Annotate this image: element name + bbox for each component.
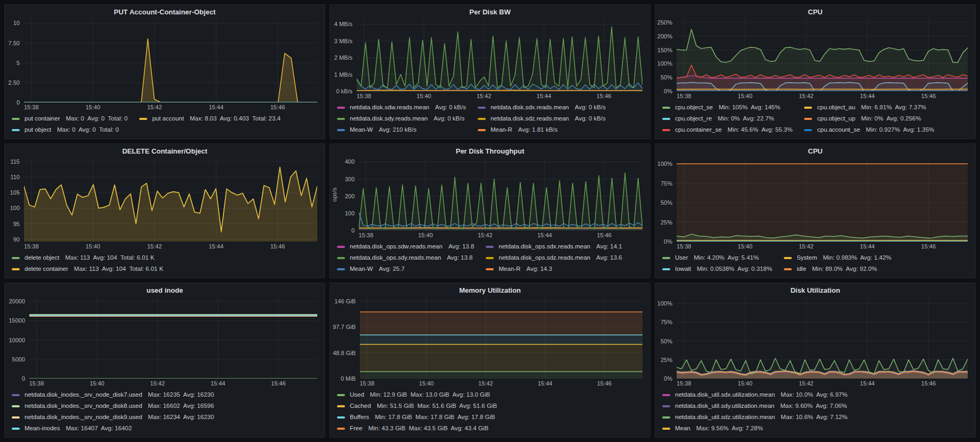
chart-canvas[interactable]	[677, 298, 968, 379]
legend-label: netdata.disk_inodes._srv_node_disk9.used	[25, 413, 142, 421]
plot-area[interactable]	[677, 158, 968, 242]
legend-item-mean[interactable]: MeanMax: 9.56% Avg: 7.28%	[662, 424, 847, 432]
y-tick-label: 0	[17, 99, 20, 106]
panel-4-per-disk-throughput: Per Disk Throughput ops/s 0100200300400 …	[330, 143, 650, 278]
x-tick-label: 15:46	[270, 243, 285, 250]
legend-item-mean-inodes[interactable]: Mean-inodesMax: 16407 Avg: 16402	[12, 424, 214, 432]
y-tick-label: 7.50	[9, 40, 20, 46]
legend-label: Used	[350, 391, 364, 399]
legend-label: netdata.disk.sdy.reads.mean	[350, 115, 428, 123]
legend-item-cpu-object-re[interactable]: cpu.object_reMin: 0% Avg: 22.7%	[662, 115, 792, 123]
series-swatch-icon	[337, 118, 345, 120]
legend-item-netdata-disk-ops-sdy-reads-mean[interactable]: netdata.disk_ops.sdy.reads.meanAvg: 13.8	[337, 254, 474, 262]
legend-item-cpu-account-se[interactable]: cpu.account_seMin: 0.927% Avg: 1.35%	[804, 126, 934, 134]
legend-item-buffers[interactable]: BuffersMin: 17.8 GiB Max: 17.8 GiB Avg: …	[337, 413, 497, 421]
legend-item-cpu-object-se[interactable]: cpu.object_seMin: 105% Avg: 145%	[662, 103, 792, 111]
panel-title[interactable]: CPU	[655, 144, 975, 158]
chart-canvas[interactable]	[24, 158, 317, 242]
legend-item-netdata-disk-inodes-srv-node-disk8-used[interactable]: netdata.disk_inodes._srv_node_disk8.used…	[12, 402, 214, 410]
legend-item-put-object[interactable]: put objectMax: 0 Avg: 0 Total: 0	[12, 126, 127, 134]
legend-item-netdata-disk-inodes-srv-node-disk7-used[interactable]: netdata.disk_inodes._srv_node_disk7.used…	[12, 391, 214, 399]
x-tick-label: 15:44	[860, 93, 875, 99]
legend-label: netdata.disk_ops.sdx.reads.mean	[499, 243, 590, 251]
x-tick-label: 15:42	[799, 243, 814, 250]
legend-item-mean-r[interactable]: Mean-RAvg: 14.3	[486, 265, 622, 273]
chart-canvas[interactable]	[357, 19, 642, 91]
panel-title[interactable]: Memory Utilization	[330, 283, 650, 298]
plot-area[interactable]	[29, 298, 317, 379]
legend-item-delete-object[interactable]: delete objectMax: 113 Avg: 104 Total: 6.…	[12, 254, 163, 262]
series-swatch-icon	[662, 257, 670, 259]
legend-item-netdata-disk-util-sdy-utilization-mean[interactable]: netdata.disk_util.sdy.utilization.meanMa…	[662, 402, 847, 410]
legend-item-put-container[interactable]: put containerMax: 0 Avg: 0 Total: 0	[12, 115, 127, 123]
legend-label: Mean-inodes	[25, 424, 60, 432]
x-tick-label: 15:38	[359, 380, 374, 387]
legend-stats: Avg: 25.7	[379, 265, 404, 273]
y-tick-label: 25%	[661, 219, 672, 226]
series-area-netdata-disk-ops-sdy-reads-mean	[359, 173, 642, 230]
legend-item-system[interactable]: SystemMin: 0.983% Avg: 1.42%	[784, 254, 891, 262]
legend-item-cached[interactable]: CachedMin: 51.5 GiB Max: 51.6 GiB Avg: 5…	[337, 402, 497, 410]
panel-title[interactable]: Disk Utilization	[655, 283, 975, 298]
y-tick-label: 100%	[657, 160, 672, 167]
plot-area[interactable]	[359, 158, 642, 230]
legend-item-netdata-disk-inodes-srv-node-disk9-used[interactable]: netdata.disk_inodes._srv_node_disk9.used…	[12, 413, 214, 421]
legend-item-netdata-disk-sdx-reads-mean[interactable]: netdata.disk.sdx.reads.meanAvg: 0 kB/s	[478, 103, 606, 111]
y-tick-label: 15000	[9, 317, 25, 324]
legend-item-put-account[interactable]: put accountMax: 8.03 Avg: 0.403 Total: 2…	[139, 115, 280, 123]
x-tick-label: 15:46	[597, 232, 612, 238]
panel-title[interactable]: Per Disk Throughput	[330, 144, 650, 158]
legend-item-netdata-disk-util-sdx-utilization-mean[interactable]: netdata.disk_util.sdx.utilization.meanMa…	[662, 391, 847, 399]
y-tick-label: 100%	[657, 60, 672, 67]
panel-title[interactable]: Per Disk BW	[330, 5, 650, 19]
plot-area[interactable]	[677, 19, 968, 91]
plot-area[interactable]	[677, 298, 968, 379]
legend-stats: Min: 0.927% Avg: 1.35%	[866, 126, 934, 134]
plot-area[interactable]	[24, 19, 317, 102]
x-tick-label: 15:42	[799, 380, 814, 387]
y-axis-unit-label: ops/s	[331, 187, 338, 201]
panel-title[interactable]: used inode	[5, 283, 325, 298]
legend-item-netdata-disk-sdy-reads-mean[interactable]: netdata.disk.sdy.reads.meanAvg: 0 kB/s	[337, 115, 466, 123]
chart-canvas[interactable]	[360, 298, 642, 379]
y-axis-ticks: 0 kB/s1 MB/s2 MB/s3 MB/s4 MB/s	[330, 19, 357, 91]
legend-item-iowait[interactable]: IowaitMin: 0.0538% Avg: 0.318%	[662, 265, 772, 273]
legend-item-used[interactable]: UsedMin: 12.9 GiB Max: 13.0 GiB Avg: 13.…	[337, 391, 497, 399]
plot-area[interactable]	[357, 19, 642, 91]
legend-item-mean-w[interactable]: Mean-WAvg: 210 kB/s	[337, 126, 466, 134]
panel-title[interactable]: DELETE Container/Object	[5, 144, 325, 158]
legend-item-idle[interactable]: idleMin: 89.0% Avg: 92.0%	[784, 265, 891, 273]
chart-canvas[interactable]	[359, 158, 642, 230]
legend-item-netdata-disk-ops-sdz-reads-mean[interactable]: netdata.disk_ops.sdz.reads.meanAvg: 13.6	[486, 254, 622, 262]
legend-item-mean-r[interactable]: Mean-RAvg: 1.81 kB/s	[478, 126, 606, 134]
x-axis: 15:3815:4015:4215:4415:46	[330, 230, 650, 240]
legend-item-netdata-disk-sdz-reads-mean[interactable]: netdata.disk.sdz.reads.meanAvg: 0 kB/s	[478, 115, 606, 123]
panel-title[interactable]: PUT Account-Container-Object	[5, 5, 325, 19]
legend-item-free[interactable]: FreeMin: 43.3 GiB Max: 43.5 GiB Avg: 43.…	[337, 424, 497, 432]
legend-item-delete-container[interactable]: delete containerMax: 113 Avg: 104 Total:…	[12, 265, 163, 273]
x-tick-label: 15:40	[419, 380, 434, 387]
legend-item-mean-w[interactable]: Mean-WAvg: 25.7	[337, 265, 474, 273]
chart-canvas[interactable]	[677, 19, 968, 91]
legend-item-cpu-container-se[interactable]: cpu.container_seMin: 45.6% Avg: 55.3%	[662, 126, 792, 134]
x-axis-spacer	[5, 102, 24, 112]
legend-item-user[interactable]: UserMin: 4.20% Avg: 5.41%	[662, 254, 772, 262]
legend-stats: Avg: 0 kB/s	[435, 103, 466, 111]
legend-stats: Max: 16407 Avg: 16402	[66, 424, 132, 432]
legend-item-cpu-object-au[interactable]: cpu.object_auMin: 6.91% Avg: 7.37%	[804, 103, 934, 111]
plot-row: 02.5057.5010	[5, 19, 325, 102]
legend-item-netdata-disk-sdw-reads-mean[interactable]: netdata.disk.sdw.reads.meanAvg: 0 kB/s	[337, 103, 466, 111]
plot-area[interactable]	[360, 298, 642, 379]
legend-item-netdata-disk-ops-sdw-reads-mean[interactable]: netdata.disk_ops.sdw.reads.meanAvg: 13.8	[337, 243, 474, 251]
chart-canvas[interactable]	[29, 298, 317, 379]
chart-canvas[interactable]	[677, 158, 968, 242]
legend-item-cpu-object-up[interactable]: cpu.object_upMin: 0% Avg: 0.256%	[804, 115, 934, 123]
panel-title[interactable]: CPU	[655, 5, 975, 19]
x-tick-label: 15:38	[677, 243, 692, 250]
plot-area[interactable]	[24, 158, 317, 242]
legend-item-netdata-disk-util-sdz-utilization-mean[interactable]: netdata.disk_util.sdz.utilization.meanMa…	[662, 413, 847, 421]
legend-item-netdata-disk-ops-sdx-reads-mean[interactable]: netdata.disk_ops.sdx.reads.meanAvg: 14.1	[486, 243, 622, 251]
y-tick-label: 50%	[661, 338, 672, 344]
x-tick-label: 15:44	[860, 243, 875, 250]
chart-canvas[interactable]	[24, 19, 317, 102]
